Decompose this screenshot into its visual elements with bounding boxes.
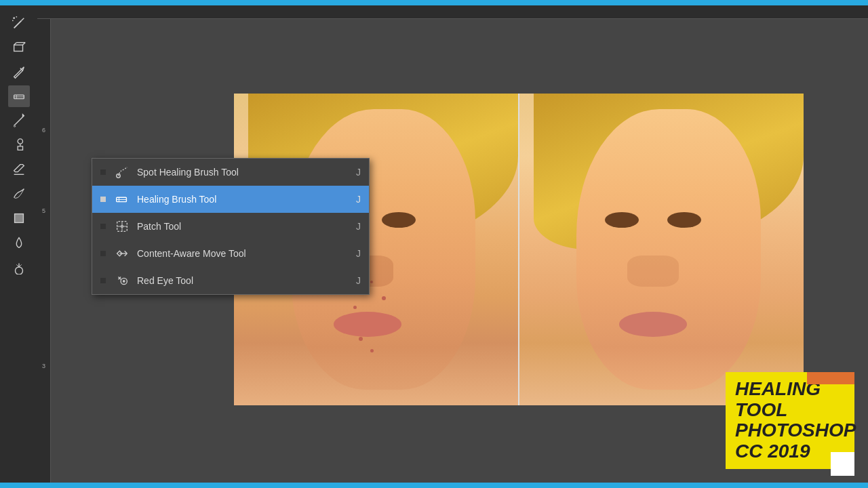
lips-right (619, 312, 688, 337)
eraser-tool[interactable] (8, 159, 30, 180)
menu-item-content-aware[interactable]: Content-Aware Move Tool J (92, 240, 369, 267)
transform-tool[interactable] (8, 37, 30, 58)
branding-white-square (831, 452, 854, 476)
eyedropper-tool[interactable] (8, 61, 30, 83)
svg-point-4 (12, 20, 13, 21)
menu-item-red-eye[interactable]: Red Eye Tool J (92, 267, 369, 294)
smudge-icon (12, 186, 26, 201)
toolbar (0, 5, 37, 483)
red-eye-shortcut: J (356, 275, 361, 286)
branding-line3: PHOTOSHOP (735, 420, 856, 441)
brush-tool-button[interactable] (8, 110, 30, 131)
lips-left (334, 312, 402, 337)
app-container: 6 5 3 (0, 5, 868, 483)
svg-line-0 (14, 20, 21, 28)
nose-right (627, 256, 678, 287)
acne-2 (353, 306, 357, 309)
spot-healing-shortcut: J (356, 167, 361, 178)
hand-icon (12, 260, 26, 274)
patch-tool-shortcut: J (356, 221, 361, 232)
clone-stamp-icon (12, 138, 26, 152)
healing-brush-icon (12, 89, 26, 104)
menu-item-patch[interactable]: Patch Tool J (92, 213, 369, 240)
content-aware-shortcut: J (356, 248, 361, 259)
red-eye-icon (114, 272, 130, 289)
eyedropper-icon (12, 64, 26, 79)
magic-wand-tool[interactable] (8, 12, 30, 34)
menu-item-spot-healing[interactable]: Spot Healing Brush Tool J (92, 159, 369, 186)
svg-rect-15 (14, 214, 23, 223)
photo-after (518, 94, 804, 405)
healing-brush-tool-button[interactable] (8, 85, 30, 107)
canvas-content: Spot Healing Brush Tool J Healing Brush … (51, 19, 868, 483)
ruler-number-3: 3 (37, 363, 50, 369)
ruler-top (37, 5, 868, 19)
branding-line4: CC 2019 (735, 441, 810, 462)
eye-right-l (382, 212, 416, 228)
svg-line-1 (21, 18, 24, 21)
smudge-tool[interactable] (8, 183, 30, 205)
spot-healing-icon (114, 164, 130, 180)
eye-right-r (667, 212, 701, 228)
patch-tool-label: Patch Tool (137, 221, 349, 232)
svg-point-34 (123, 280, 125, 283)
top-accent-bar (0, 0, 868, 5)
svg-point-3 (16, 16, 17, 18)
ruler-number-6: 6 (37, 127, 50, 134)
healing-brush-menu-icon (114, 191, 130, 207)
rectangle-select[interactable] (8, 207, 30, 229)
bottom-accent-bar (0, 483, 868, 488)
transform-icon (12, 40, 26, 55)
svg-point-2 (13, 17, 15, 19)
clone-stamp-tool[interactable] (8, 134, 30, 156)
branding-accent-bar (807, 372, 854, 384)
branding-box: HEALING TOOL PHOTOSHOP CC 2019 (726, 372, 854, 469)
blur-tool[interactable] (8, 232, 30, 253)
blur-icon (12, 235, 26, 250)
canvas-area: 6 5 3 (37, 5, 868, 483)
content-aware-icon (114, 245, 130, 262)
active-indicator-patch (100, 224, 106, 229)
ruler-number-5: 5 (37, 208, 50, 214)
healing-brush-label: Healing Brush Tool (137, 194, 349, 205)
active-indicator-healing (100, 197, 106, 202)
content-aware-label: Content-Aware Move Tool (137, 248, 349, 259)
menu-item-healing-brush[interactable]: Healing Brush Tool J (92, 186, 369, 213)
healing-brush-shortcut: J (356, 194, 361, 205)
active-indicator-content-aware (100, 251, 106, 256)
skin-right (576, 109, 761, 390)
svg-point-13 (18, 139, 22, 144)
branding-text: HEALING TOOL PHOTOSHOP CC 2019 (735, 379, 845, 462)
patch-tool-icon (114, 218, 130, 235)
svg-rect-5 (14, 45, 22, 51)
red-eye-label: Red Eye Tool (137, 275, 349, 286)
svg-point-16 (15, 267, 22, 274)
hand-tool[interactable] (8, 256, 30, 278)
branding-line2: TOOL (735, 399, 787, 420)
brush-icon (12, 113, 26, 128)
acne-8 (382, 296, 386, 300)
active-indicator-spot (100, 169, 106, 175)
ruler-left: 6 5 3 (37, 19, 51, 483)
magic-wand-icon (12, 16, 26, 30)
context-menu: Spot Healing Brush Tool J Healing Brush … (92, 158, 370, 295)
rect-icon (12, 211, 26, 226)
spot-healing-label: Spot Healing Brush Tool (137, 167, 349, 178)
eye-left-r (605, 212, 639, 228)
eraser-icon (12, 162, 26, 177)
active-indicator-red-eye (100, 278, 106, 283)
